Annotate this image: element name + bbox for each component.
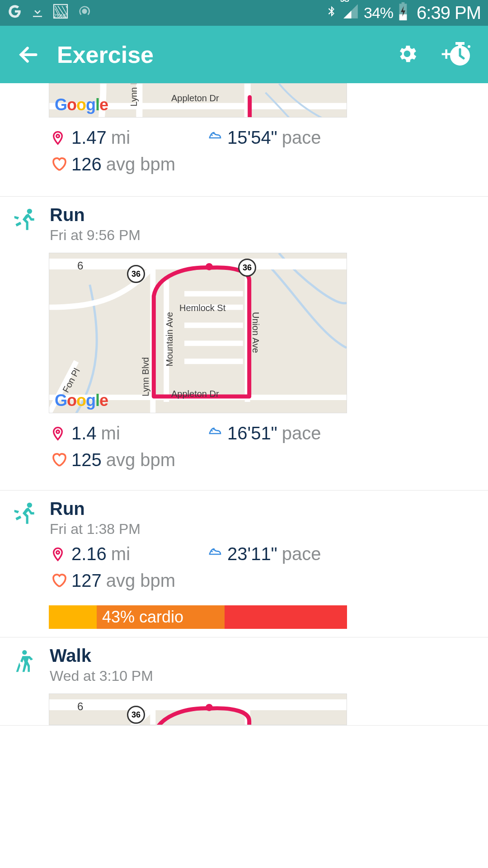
android-status-bar: ZONE 3G 34% 6:39 PM xyxy=(0,0,488,26)
pace-stat: 23'11"pace xyxy=(206,544,362,564)
shoe-icon xyxy=(206,129,223,147)
pace-stat: 16'51"pace xyxy=(206,423,362,443)
page-title: Exercise xyxy=(57,41,396,68)
download-icon xyxy=(31,4,44,23)
route-shield: 36 xyxy=(127,265,145,283)
route-shield: 36 xyxy=(238,259,256,277)
svg-point-6 xyxy=(468,45,470,48)
zone-icon: ZONE xyxy=(52,3,69,23)
street-label: Hemlock St xyxy=(179,303,225,313)
heart-icon xyxy=(51,156,67,174)
distance-stat: 1.47mi xyxy=(51,127,206,148)
exercise-date: Wed at 3:10 PM xyxy=(50,668,153,684)
exercise-date: Fri at 9:56 PM xyxy=(50,227,141,244)
svg-point-8 xyxy=(27,209,32,214)
run-icon xyxy=(11,500,39,528)
svg-point-14 xyxy=(206,704,213,711)
bpm-stat: 125avg bpm xyxy=(51,450,206,470)
svg-point-7 xyxy=(56,134,60,137)
street-label: Lynn Blvd xyxy=(141,357,151,396)
exercise-stats: 2.16mi 23'11"pace 127avg bpm xyxy=(0,538,488,605)
street-label: Appleton Dr xyxy=(171,389,219,399)
back-button[interactable] xyxy=(17,43,40,66)
exercise-title: Run xyxy=(50,205,141,225)
location-pin-icon xyxy=(51,425,67,443)
exercise-item[interactable]: Run Fri at 9:56 PM 36 36 6 Hemlock St Ap… xyxy=(0,197,488,491)
exercise-title: Walk xyxy=(50,646,153,666)
exercise-item[interactable]: Run Fri at 1:38 PM 2.16mi 23'11"pace 127… xyxy=(0,491,488,637)
svg-point-9 xyxy=(206,263,213,270)
svg-point-11 xyxy=(27,503,32,508)
battery-icon xyxy=(398,2,408,24)
cardio-label: 43% cardio xyxy=(102,605,183,629)
bluetooth-icon xyxy=(325,2,338,24)
bpm-stat: 127avg bpm xyxy=(51,571,206,591)
google-logo: Google xyxy=(55,95,108,114)
exercise-item[interactable]: Walk Wed at 3:10 PM 36 6 xyxy=(0,637,488,726)
settings-button[interactable] xyxy=(396,42,418,67)
google-icon xyxy=(7,4,23,23)
exercise-date: Fri at 1:38 PM xyxy=(50,521,141,538)
route-shield: 36 xyxy=(127,706,145,724)
route-map[interactable]: Appleton Dr Lynn Blvd Google xyxy=(49,83,347,118)
walk-icon xyxy=(11,647,39,675)
battery-percent: 34% xyxy=(364,4,393,22)
shoe-icon xyxy=(206,545,223,563)
street-label: Appleton Dr xyxy=(171,93,219,104)
status-right-icons: 3G 34% 6:39 PM xyxy=(325,2,481,24)
street-label: Lynn Blvd xyxy=(129,83,139,107)
svg-point-13 xyxy=(22,650,27,655)
route-shield: 6 xyxy=(77,700,83,713)
signal-icon: 3G xyxy=(342,3,359,24)
add-activity-button[interactable]: + xyxy=(439,40,471,69)
distance-stat: 1.4mi xyxy=(51,423,206,443)
exercise-title: Run xyxy=(50,499,141,519)
svg-rect-5 xyxy=(455,42,465,45)
broadcast-icon xyxy=(77,4,92,23)
status-time: 6:39 PM xyxy=(417,3,481,23)
exercise-item[interactable]: Appleton Dr Lynn Blvd Google 1.47mi 15'5… xyxy=(0,83,488,197)
svg-point-12 xyxy=(56,551,60,554)
run-icon xyxy=(11,207,39,235)
route-map[interactable]: 36 6 xyxy=(49,693,347,725)
google-logo: Google xyxy=(55,391,108,410)
street-label: Union Ave xyxy=(250,312,261,353)
street-label: Mountain Ave xyxy=(164,312,175,367)
svg-text:ZONE: ZONE xyxy=(54,13,67,18)
shoe-icon xyxy=(206,425,223,443)
pace-stat: 15'54"pace xyxy=(206,127,362,148)
location-pin-icon xyxy=(51,129,67,147)
route-shield: 6 xyxy=(77,259,83,272)
location-pin-icon xyxy=(51,545,67,563)
svg-point-10 xyxy=(56,430,60,433)
route-map[interactable]: 36 36 6 Hemlock St Appleton Dr Union Ave… xyxy=(49,253,347,413)
status-left-icons: ZONE xyxy=(7,3,92,23)
svg-text:+: + xyxy=(441,44,451,64)
distance-stat: 2.16mi xyxy=(51,544,206,564)
exercise-stats: 1.4mi 16'51"pace 125avg bpm xyxy=(0,413,488,490)
bpm-stat: 126avg bpm xyxy=(51,154,206,175)
app-bar: Exercise + xyxy=(0,26,488,83)
exercise-list[interactable]: Appleton Dr Lynn Blvd Google 1.47mi 15'5… xyxy=(0,83,488,868)
heart-icon xyxy=(51,572,67,590)
heart-icon xyxy=(51,451,67,469)
cardio-bar: 43% cardio xyxy=(49,605,347,629)
exercise-stats: 1.47mi 15'54"pace 126avg bpm xyxy=(0,118,488,194)
